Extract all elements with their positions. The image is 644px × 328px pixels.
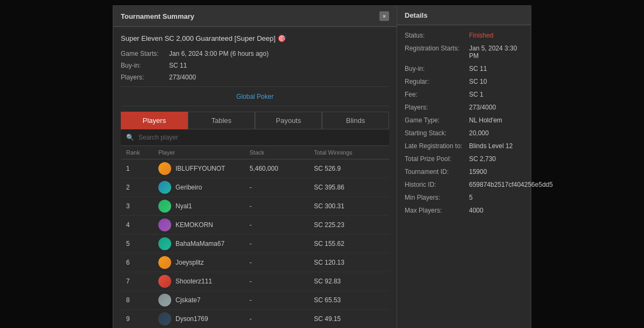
table-row[interactable]: 4 KEMOKORN - SC 225.23 <box>121 216 389 235</box>
avatar <box>158 237 171 250</box>
table-row[interactable]: 5 BahaMaMama67 - SC 155.62 <box>121 235 389 253</box>
rank-cell: 4 <box>126 221 158 229</box>
players-table: Rank Player Stack Total Winnings 1 IBLUF… <box>121 146 389 328</box>
detail-value: NL Hold'em <box>469 116 523 124</box>
game-starts-row: Game Starts: Jan 6, 2024 3:00 PM (6 hour… <box>121 50 389 57</box>
player-cell: Dyson1769 <box>158 312 250 325</box>
rank-cell: 3 <box>126 202 158 210</box>
detail-label: Max Players: <box>405 207 469 214</box>
detail-row: Total Prize Pool: SC 2,730 <box>405 155 523 163</box>
game-starts-value: Jan 6, 2024 3:00 PM (6 hours ago) <box>169 50 268 57</box>
detail-value: 5 <box>469 194 523 201</box>
summary-body: Super Eleven SC 2,000 Guaranteed [Super … <box>113 27 397 328</box>
players-row: Players: 273/4000 <box>121 74 389 81</box>
detail-value: SC 1 <box>469 91 523 98</box>
detail-value: 20,000 <box>469 129 523 137</box>
details-body: Status: Finished Registration Starts: Ja… <box>397 25 531 226</box>
rank-cell: 5 <box>126 240 158 247</box>
search-input[interactable] <box>138 134 384 141</box>
winnings-cell: SC 92.83 <box>314 278 384 285</box>
detail-label: Starting Stack: <box>405 129 469 137</box>
detail-value: 273/4000 <box>469 104 523 111</box>
players-label: Players: <box>121 74 169 81</box>
detail-label: Registration Starts: <box>405 45 469 52</box>
global-poker-section: Global Poker <box>121 86 389 106</box>
table-row[interactable]: 9 Dyson1769 - SC 49.15 <box>121 310 389 328</box>
detail-value: SC 2,730 <box>469 155 523 163</box>
buy-in-value: SC 11 <box>169 62 187 69</box>
stack-cell: 5,460,000 <box>250 165 314 172</box>
table-row[interactable]: 7 Shooterz111 - SC 92.83 <box>121 272 389 291</box>
detail-value: SC 11 <box>469 65 523 72</box>
details-panel: Details Status: Finished Registration St… <box>397 5 531 328</box>
avatar <box>158 200 171 213</box>
rank-cell: 7 <box>126 278 158 285</box>
detail-row: Min Players: 5 <box>405 194 523 201</box>
players-value: 273/4000 <box>169 74 196 81</box>
winnings-cell: SC 155.62 <box>314 240 384 247</box>
stack-cell: - <box>250 184 314 191</box>
table-header: Rank Player Stack Total Winnings <box>121 146 389 159</box>
winnings-cell: SC 225.23 <box>314 221 384 229</box>
player-name: Nyal1 <box>175 202 192 210</box>
table-row[interactable]: 8 Cjskate7 - SC 65.53 <box>121 291 389 310</box>
player-cell: Nyal1 <box>158 200 250 213</box>
player-name: IBLUFFYOUNOT <box>175 165 225 172</box>
tournament-summary-panel: Tournament Summary × Super Eleven SC 2,0… <box>113 5 397 328</box>
winnings-cell: SC 65.53 <box>314 296 384 304</box>
avatar <box>158 218 171 231</box>
detail-row: Registration Starts: Jan 5, 2024 3:30 PM <box>405 45 523 60</box>
stack-cell: - <box>250 202 314 210</box>
table-row[interactable]: 3 Nyal1 - SC 300.31 <box>121 197 389 216</box>
detail-value: 4000 <box>469 207 523 214</box>
stack-cell: - <box>250 240 314 247</box>
tournament-name: Super Eleven SC 2,000 Guaranteed [Super … <box>121 34 389 42</box>
tab-payouts[interactable]: Payouts <box>255 112 322 129</box>
avatar <box>158 162 171 175</box>
avatar <box>158 181 171 194</box>
winnings-cell: SC 49.15 <box>314 315 384 323</box>
winnings-cell: SC 395.86 <box>314 184 384 191</box>
summary-header: Tournament Summary × <box>113 6 397 27</box>
player-name: BahaMaMama67 <box>175 240 224 247</box>
buy-in-label: Buy-in: <box>121 62 169 69</box>
col-stack: Stack <box>250 149 314 156</box>
rank-cell: 1 <box>126 165 158 172</box>
player-cell: Geribeiro <box>158 181 250 194</box>
table-row[interactable]: 6 Joeysplitz - SC 120.13 <box>121 253 389 272</box>
detail-label: Late Registration to: <box>405 142 469 150</box>
winnings-cell: SC 120.13 <box>314 259 384 266</box>
close-button[interactable]: × <box>379 11 389 21</box>
detail-row: Historic ID: 659874b2517cf404256e5dd5 <box>405 181 523 188</box>
rank-cell: 9 <box>126 315 158 323</box>
detail-label: Status: <box>405 32 469 39</box>
global-poker-link[interactable]: Global Poker <box>236 93 273 100</box>
rank-cell: 8 <box>126 296 158 304</box>
detail-value: Blinds Level 12 <box>469 142 523 150</box>
detail-row: Late Registration to: Blinds Level 12 <box>405 142 523 150</box>
detail-label: Min Players: <box>405 194 469 201</box>
players-list: 1 IBLUFFYOUNOT 5,460,000 SC 526.9 2 Geri… <box>121 159 389 328</box>
player-name: Dyson1769 <box>175 315 208 323</box>
detail-row: Fee: SC 1 <box>405 91 523 98</box>
player-name: Cjskate7 <box>175 296 201 304</box>
stack-cell: - <box>250 296 314 304</box>
detail-row: Status: Finished <box>405 32 523 39</box>
detail-label: Buy-in: <box>405 65 469 72</box>
table-row[interactable]: 2 Geribeiro - SC 395.86 <box>121 178 389 197</box>
detail-label: Regular: <box>405 78 469 85</box>
detail-row: Game Type: NL Hold'em <box>405 116 523 124</box>
stack-cell: - <box>250 221 314 229</box>
player-name: Shooterz111 <box>175 278 212 285</box>
detail-label: Game Type: <box>405 116 469 124</box>
detail-row: Starting Stack: 20,000 <box>405 129 523 137</box>
tab-blinds[interactable]: Blinds <box>322 112 389 129</box>
game-starts-label: Game Starts: <box>121 50 169 57</box>
search-icon: 🔍 <box>126 134 134 141</box>
player-cell: Shooterz111 <box>158 275 250 288</box>
tab-tables[interactable]: Tables <box>188 112 255 129</box>
table-row[interactable]: 1 IBLUFFYOUNOT 5,460,000 SC 526.9 <box>121 159 389 178</box>
col-player: Player <box>158 149 250 156</box>
details-title: Details <box>405 11 428 19</box>
tab-players[interactable]: Players <box>121 112 188 129</box>
